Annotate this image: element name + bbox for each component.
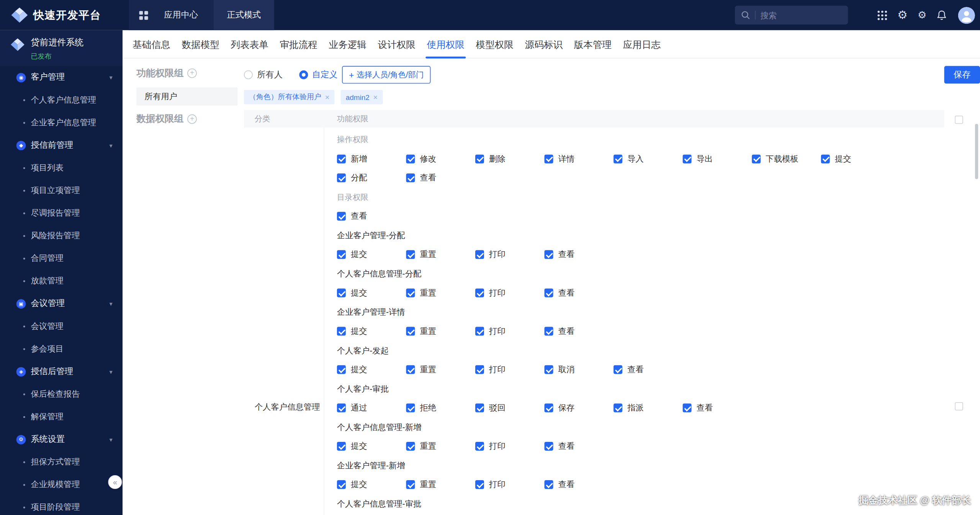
- permission-checkbox-打印[interactable]: 打印: [475, 322, 545, 341]
- select-members-button[interactable]: 选择人员/角色/部门: [342, 66, 431, 83]
- permission-checkbox-驳回[interactable]: 驳回: [475, 399, 545, 418]
- permission-checkbox-打印[interactable]: 打印: [475, 360, 545, 379]
- permission-checkbox-重置[interactable]: 重置: [406, 245, 475, 264]
- permission-checkbox-打印[interactable]: 打印: [475, 437, 545, 456]
- permission-checkbox-提交[interactable]: 提交: [337, 437, 406, 456]
- permission-checkbox-查看[interactable]: 查看: [545, 437, 614, 456]
- permission-checkbox-通过[interactable]: 通过: [337, 399, 406, 418]
- permission-checkbox-拒绝[interactable]: 拒绝: [406, 399, 475, 418]
- sidebar-item-企业客户信息管理[interactable]: 企业客户信息管理: [0, 111, 123, 134]
- save-button[interactable]: 保存: [944, 66, 980, 83]
- permission-checkbox-查看[interactable]: 查看: [683, 399, 752, 418]
- tab-业务逻辑[interactable]: 业务逻辑: [329, 30, 366, 58]
- permission-checkbox-打印[interactable]: 打印: [475, 283, 545, 302]
- app-center-link[interactable]: 应用中心: [164, 10, 198, 21]
- sidebar-item-担保方式管理[interactable]: 担保方式管理: [0, 451, 123, 473]
- apps-grid-icon[interactable]: [877, 10, 887, 20]
- permission-checkbox-提交[interactable]: 提交: [337, 322, 406, 341]
- permission-checkbox-重置[interactable]: 重置: [406, 322, 475, 341]
- settings-gear-icon[interactable]: ⚙: [918, 10, 927, 20]
- search-input[interactable]: [760, 10, 841, 20]
- sidebar-item-风险报告管理[interactable]: 风险报告管理: [0, 224, 123, 247]
- radio-自定义[interactable]: 自定义: [299, 69, 338, 81]
- permission-checkbox-下载模板[interactable]: 下载模板: [752, 149, 821, 168]
- permission-checkbox-打印[interactable]: 打印: [475, 245, 545, 264]
- tab-应用日志[interactable]: 应用日志: [623, 30, 661, 58]
- permission-group-item-all-users[interactable]: 所有用户: [136, 87, 237, 106]
- sidebar-item-项目阶段管理[interactable]: 项目阶段管理: [0, 496, 123, 515]
- tab-基础信息[interactable]: 基础信息: [133, 30, 170, 58]
- permission-checkbox-重置[interactable]: 重置: [406, 283, 475, 302]
- sidebar-group-会议管理[interactable]: ▣会议管理▾: [0, 292, 123, 315]
- checkbox-label: 重置: [420, 249, 437, 260]
- permission-checkbox-提交[interactable]: 提交: [821, 149, 890, 168]
- sidebar-item-合同管理[interactable]: 合同管理: [0, 247, 123, 270]
- tab-数据模型[interactable]: 数据模型: [182, 30, 219, 58]
- tab-列表表单[interactable]: 列表表单: [231, 30, 268, 58]
- sidebar-collapse-button[interactable]: «: [108, 475, 122, 489]
- permission-checkbox-导出[interactable]: 导出: [683, 149, 752, 168]
- checkbox-label: 查看: [558, 249, 575, 260]
- sidebar-item-项目立项管理[interactable]: 项目立项管理: [0, 179, 123, 202]
- close-icon[interactable]: ×: [325, 93, 330, 101]
- sidebar-item-放款管理[interactable]: 放款管理: [0, 270, 123, 292]
- workspace-grid-icon[interactable]: [139, 10, 149, 20]
- permission-checkbox-查看[interactable]: 查看: [545, 283, 614, 302]
- permission-checkbox-查看[interactable]: 查看: [614, 360, 683, 379]
- sidebar-item-保后检查报告[interactable]: 保后检查报告: [0, 383, 123, 405]
- permission-checkbox-保存[interactable]: 保存: [545, 399, 614, 418]
- permission-checkbox-删除[interactable]: 删除: [475, 149, 545, 168]
- radio-所有人[interactable]: 所有人: [244, 69, 283, 81]
- sidebar-group-授信前管理[interactable]: ◆授信前管理▾: [0, 134, 123, 157]
- bell-icon[interactable]: [937, 10, 947, 20]
- permission-checkbox-查看[interactable]: 查看: [406, 168, 475, 188]
- permission-checkbox-打印[interactable]: 打印: [475, 475, 545, 494]
- permission-checkbox-取消[interactable]: 取消: [545, 360, 614, 379]
- sidebar-item-会议管理[interactable]: 会议管理: [0, 315, 123, 337]
- tab-源码标识[interactable]: 源码标识: [525, 30, 563, 58]
- platform-logo-area[interactable]: 快速开发平台: [0, 8, 123, 23]
- add-data-permission-icon[interactable]: [187, 114, 197, 124]
- add-function-permission-icon[interactable]: [187, 69, 197, 78]
- gear-icon[interactable]: ⚙: [897, 10, 907, 21]
- select-all-checkbox[interactable]: [955, 116, 963, 124]
- permission-checkbox-提交[interactable]: 提交: [337, 475, 406, 494]
- tab-审批流程[interactable]: 审批流程: [280, 30, 317, 58]
- permission-checkbox-分配[interactable]: 分配: [337, 168, 406, 188]
- user-avatar[interactable]: [958, 7, 975, 23]
- sidebar-item-解保管理[interactable]: 解保管理: [0, 405, 123, 428]
- sidebar-group-系统设置[interactable]: ⚙系统设置▾: [0, 428, 123, 451]
- tab-版本管理[interactable]: 版本管理: [574, 30, 612, 58]
- permission-checkbox-重置[interactable]: 重置: [406, 475, 475, 494]
- permission-checkbox-查看[interactable]: 查看: [337, 207, 406, 226]
- permission-checkbox-提交[interactable]: 提交: [337, 245, 406, 264]
- permission-checkbox-指派[interactable]: 指派: [614, 399, 683, 418]
- permission-checkbox-查看[interactable]: 查看: [545, 475, 614, 494]
- permission-checkbox-修改[interactable]: 修改: [406, 149, 475, 168]
- permission-checkbox-查看[interactable]: 查看: [545, 322, 614, 341]
- tab-设计权限[interactable]: 设计权限: [378, 30, 416, 58]
- tab-使用权限[interactable]: 使用权限: [427, 30, 465, 58]
- global-search[interactable]: [735, 6, 847, 25]
- sidebar-group-授信后管理[interactable]: ◈授信后管理▾: [0, 360, 123, 383]
- permission-checkbox-提交[interactable]: 提交: [337, 360, 406, 379]
- row-select-checkbox[interactable]: [955, 402, 963, 410]
- permission-checkbox-查看[interactable]: 查看: [545, 245, 614, 264]
- mode-tab[interactable]: 正式模式: [214, 0, 274, 30]
- permission-checkbox-提交[interactable]: 提交: [337, 283, 406, 302]
- vertical-scrollbar[interactable]: [975, 124, 978, 179]
- sidebar-group-客户管理[interactable]: ◉客户管理▾: [0, 66, 123, 88]
- current-app-header[interactable]: 贷前进件系统 已发布: [0, 30, 123, 66]
- sidebar-item-尽调报告管理[interactable]: 尽调报告管理: [0, 202, 123, 224]
- permission-checkbox-重置[interactable]: 重置: [406, 437, 475, 456]
- tab-模型权限[interactable]: 模型权限: [476, 30, 514, 58]
- permission-checkbox-新增[interactable]: 新增: [337, 149, 406, 168]
- permission-checkbox-重置[interactable]: 重置: [406, 360, 475, 379]
- sidebar-item-个人客户信息管理[interactable]: 个人客户信息管理: [0, 88, 123, 111]
- sidebar-item-参会项目[interactable]: 参会项目: [0, 337, 123, 360]
- permission-checkbox-导入[interactable]: 导入: [614, 149, 683, 168]
- close-icon[interactable]: ×: [373, 93, 378, 101]
- sidebar-item-企业规模管理[interactable]: 企业规模管理: [0, 473, 123, 496]
- sidebar-item-项目列表[interactable]: 项目列表: [0, 157, 123, 179]
- permission-checkbox-详情[interactable]: 详情: [545, 149, 614, 168]
